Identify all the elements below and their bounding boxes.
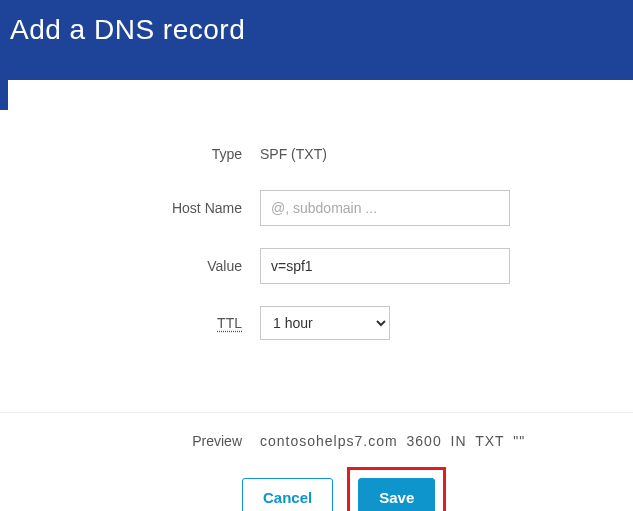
row-hostname: Host Name <box>50 190 583 226</box>
hostname-label: Host Name <box>50 200 260 216</box>
dialog-header: Add a DNS record <box>0 0 633 80</box>
row-preview: Preview contosohelps7.com 3600 IN TXT "" <box>50 433 583 449</box>
save-highlight: Save <box>347 467 446 511</box>
preview-area: Preview contosohelps7.com 3600 IN TXT ""… <box>0 412 633 511</box>
button-row: Cancel Save <box>50 467 583 511</box>
tab-indicator <box>0 80 8 110</box>
row-value: Value <box>50 248 583 284</box>
cancel-button[interactable]: Cancel <box>242 478 333 511</box>
row-type: Type SPF (TXT) <box>50 140 583 168</box>
form-area: Type SPF (TXT) Host Name Value TTL 1 hou… <box>0 110 633 372</box>
ttl-label: TTL <box>50 315 260 331</box>
ttl-select[interactable]: 1 hour <box>260 306 390 340</box>
value-label: Value <box>50 258 260 274</box>
value-input[interactable] <box>260 248 510 284</box>
row-ttl: TTL 1 hour <box>50 306 583 340</box>
type-value: SPF (TXT) <box>260 140 510 168</box>
preview-label: Preview <box>50 433 260 449</box>
dialog-title: Add a DNS record <box>10 14 623 46</box>
preview-value: contosohelps7.com 3600 IN TXT "" <box>260 433 525 449</box>
hostname-input[interactable] <box>260 190 510 226</box>
save-button[interactable]: Save <box>358 478 435 511</box>
type-label: Type <box>50 146 260 162</box>
